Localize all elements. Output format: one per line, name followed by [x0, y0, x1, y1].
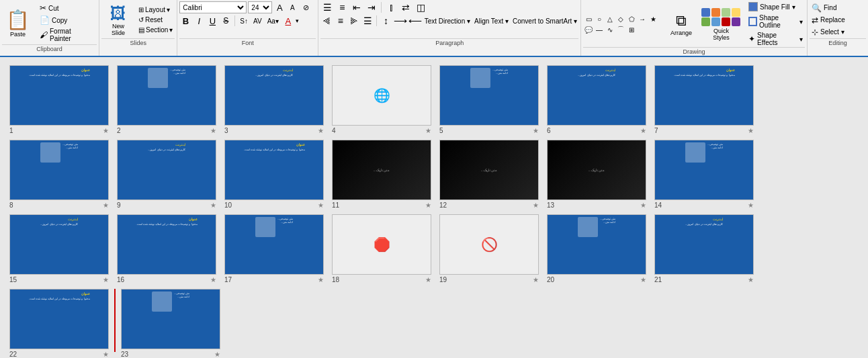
shape-line[interactable]: — [594, 24, 605, 35]
shape-fill-button[interactable]: Shape Fill ▾ [746, 1, 805, 12]
shape-connector[interactable]: ⌒ [615, 24, 626, 35]
slide-item-12[interactable]: متن تاریک... 12 ★ [439, 140, 539, 209]
slide-item-3[interactable]: اینترنتکاربردهای اینترنت در دنیای امروز.… [224, 65, 324, 134]
slide-item-20[interactable]: متن توضیحی...ادامه متن... 20 ★ [547, 214, 646, 283]
slide-thumb-2[interactable]: متن توضیحی...ادامه متن... [117, 65, 216, 126]
slide-thumb-6[interactable]: اینترنتکاربردهای اینترنت در دنیای امروز.… [547, 65, 646, 126]
numbering-button[interactable]: ≡ [335, 1, 349, 13]
shape-outline-button[interactable]: Shape Outline ▾ [746, 13, 805, 30]
font-color-arrow[interactable]: ▾ [296, 17, 299, 24]
ltr-button[interactable]: ⟵ [408, 15, 422, 27]
slide-item-21[interactable]: اینترنتکاربردهای اینترنت در دنیای امروز.… [654, 214, 754, 283]
cut-button[interactable]: ✂ Cut [38, 3, 94, 13]
slide-item-2[interactable]: متن توضیحی...ادامه متن... 2 ★ [117, 65, 216, 134]
slide-item-8[interactable]: متن توضیحی...ادامه متن... 8 ★ [9, 140, 109, 209]
shape-callout[interactable]: 💬 [583, 24, 594, 35]
underline-button[interactable]: U [206, 15, 218, 27]
slide-thumb-7[interactable]: عنوانمحتوا و توضیحات مربوطه در این اسلای… [654, 65, 754, 126]
col-button[interactable]: ⫿ [384, 1, 398, 13]
shape-diamond[interactable]: ◇ [615, 13, 626, 24]
slide-thumb-17[interactable]: متن توضیحی...ادامه متن... [224, 214, 324, 275]
slide-item-7[interactable]: عنوانمحتوا و توضیحات مربوطه در این اسلای… [654, 65, 754, 134]
quick-styles-button[interactable]: Quick Styles [699, 1, 744, 47]
slide-item-19[interactable]: 🚫 19 ★ [439, 214, 539, 283]
slide-item-5[interactable]: متن توضیحی...ادامه متن... 5 ★ [439, 65, 539, 134]
slide-thumb-5[interactable]: متن توضیحی...ادامه متن... [439, 65, 539, 126]
slide-thumb-4[interactable]: 🌐 [332, 65, 431, 126]
align-left-button[interactable]: ⫷ [320, 15, 333, 27]
direction-button[interactable]: ⇄ [399, 1, 413, 13]
slide-item-4[interactable]: 🌐 4 ★ [332, 65, 431, 134]
bold-button[interactable]: B [179, 15, 191, 27]
slide-thumb-8[interactable]: متن توضیحی...ادامه متن... [9, 140, 109, 200]
slide-item-9[interactable]: اینترنتکاربردهای اینترنت در دنیای امروز.… [117, 140, 216, 209]
find-button[interactable]: 🔍 Find [810, 3, 866, 13]
slide-item-13[interactable]: متن تاریک... 13 ★ [547, 140, 646, 209]
slide-item-22[interactable]: عنوانمحتوا و توضیحات مربوطه در این اسلای… [9, 289, 109, 358]
slide-thumb-23[interactable]: متن توضیحی...ادامه متن... [121, 289, 220, 349]
slide-thumb-19[interactable]: 🚫 [439, 214, 539, 275]
slide-item-23[interactable]: متن توضیحی...ادامه متن... 23 ★ [121, 289, 220, 358]
slide-thumb-3[interactable]: اینترنتکاربردهای اینترنت در دنیای امروز.… [224, 65, 324, 126]
font-color-button[interactable]: A [282, 15, 294, 27]
align-center-button[interactable]: ≡ [335, 15, 347, 27]
slide-thumb-12[interactable]: متن تاریک... [439, 140, 539, 200]
slide-thumb-13[interactable]: متن تاریک... [547, 140, 646, 200]
strikethrough-button[interactable]: S [220, 15, 232, 27]
font-size-select[interactable]: 24 [248, 1, 272, 13]
slide-thumb-21[interactable]: اینترنتکاربردهای اینترنت در دنیای امروز.… [654, 214, 754, 275]
slide-thumb-9[interactable]: اینترنتکاربردهای اینترنت در دنیای امروز.… [117, 140, 216, 200]
char-spacing-button[interactable]: AV [251, 17, 264, 26]
slide-thumb-18[interactable]: 🛑 [332, 214, 431, 275]
paste-button[interactable]: 📋 Paste [2, 1, 34, 44]
slide-item-15[interactable]: اینترنتکاربردهای اینترنت در دنیای امروز.… [9, 214, 109, 283]
slide-thumb-10[interactable]: عنوانمحتوا و توضیحات مربوطه در این اسلای… [224, 140, 324, 200]
slide-item-14[interactable]: متن توضیحی...ادامه متن... 14 ★ [654, 140, 754, 209]
slide-item-11[interactable]: متن تاریک... 11 ★ [332, 140, 431, 209]
decrease-font-button[interactable]: A [286, 1, 298, 13]
shape-circle[interactable]: ○ [594, 13, 605, 24]
slide-thumb-11[interactable]: متن تاریک... [332, 140, 431, 200]
convert-smartart-btn2[interactable]: Convert to SmartArt ▾ [511, 17, 578, 26]
copy-button[interactable]: 📄 Copy [38, 15, 94, 26]
increase-indent-button[interactable]: ⇥ [365, 1, 378, 13]
rtl-button[interactable]: ⟶ [394, 15, 407, 27]
slide-thumb-15[interactable]: اینترنتکاربردهای اینترنت در دنیای امروز.… [9, 214, 109, 275]
section-button[interactable]: ▤ Section ▾ [136, 26, 175, 34]
slide-item-17[interactable]: متن توضیحی...ادامه متن... 17 ★ [224, 214, 324, 283]
slide-thumb-14[interactable]: متن توضیحی...ادامه متن... [654, 140, 754, 200]
shape-star[interactable]: ★ [648, 13, 658, 24]
shape-rect[interactable]: ▭ [583, 13, 594, 24]
align-right-button[interactable]: ⫸ [348, 15, 360, 27]
layout-button[interactable]: ⊞ Layout ▾ [136, 5, 175, 14]
format-painter-button[interactable]: 🖌 Format Painter [38, 27, 94, 43]
shape-curve[interactable]: ∿ [605, 24, 615, 35]
case-button[interactable]: Aa▾ [265, 17, 281, 26]
arrange-button[interactable]: ⧉ Arrange [666, 1, 696, 47]
slide-thumb-16[interactable]: عنوانمحتوا و توضیحات مربوطه در این اسلای… [117, 214, 216, 275]
clear-format-button[interactable]: ⊘ [300, 1, 312, 13]
bullets-button[interactable]: ☰ [320, 1, 334, 13]
shape-arrow[interactable]: → [637, 13, 648, 24]
slide-item-18[interactable]: 🛑 18 ★ [332, 214, 431, 283]
shape-pentagon[interactable]: ⬠ [626, 13, 637, 24]
shape-effects-button[interactable]: ✦ Shape Effects ▾ [746, 31, 805, 47]
align-text-button[interactable]: Align Text ▾ [473, 17, 510, 26]
text-direction-button[interactable]: Text Direction ▾ [423, 17, 472, 26]
select-button[interactable]: ⊹ Select ▾ [810, 27, 866, 38]
text-shadow-button[interactable]: S↑ [238, 17, 250, 26]
new-slide-button[interactable]: 🖼 New Slide [101, 1, 135, 38]
slide-item-1[interactable]: عنوانمحتوا و توضیحات مربوطه در این اسلای… [9, 65, 109, 134]
justify-button[interactable]: ☰ [361, 15, 374, 27]
slide-thumb-22[interactable]: عنوانمحتوا و توضیحات مربوطه در این اسلای… [9, 289, 109, 349]
reset-button[interactable]: ↺ Reset [136, 15, 175, 24]
slide-item-10[interactable]: عنوانمحتوا و توضیحات مربوطه در این اسلای… [224, 140, 324, 209]
increase-font-button[interactable]: A [273, 1, 286, 13]
slide-item-6[interactable]: اینترنتکاربردهای اینترنت در دنیای امروز.… [547, 65, 646, 134]
decrease-indent-button[interactable]: ⇤ [350, 1, 363, 13]
replace-button[interactable]: ⇄ Replace [810, 15, 866, 26]
slide-item-16[interactable]: عنوانمحتوا و توضیحات مربوطه در این اسلای… [117, 214, 216, 283]
slide-thumb-20[interactable]: متن توضیحی...ادامه متن... [547, 214, 646, 275]
line-spacing-button[interactable]: ↕ [380, 15, 392, 27]
slide-thumb-1[interactable]: عنوانمحتوا و توضیحات مربوطه در این اسلای… [9, 65, 109, 126]
